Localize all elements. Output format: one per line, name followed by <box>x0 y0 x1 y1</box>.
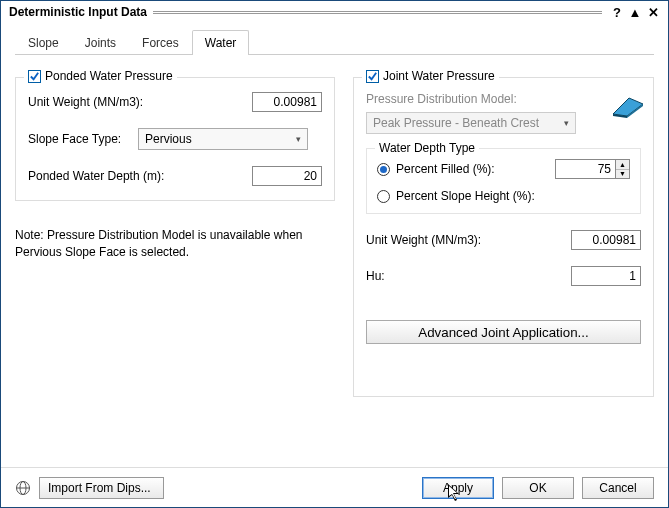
ponded-water-header[interactable]: Ponded Water Pressure <box>24 69 177 83</box>
ponded-unit-weight-label: Unit Weight (MN/m3): <box>28 95 252 109</box>
percent-slope-radio[interactable] <box>377 190 390 203</box>
joint-water-checkbox[interactable] <box>366 70 379 83</box>
chevron-down-icon: ▾ <box>296 134 301 144</box>
collapse-button[interactable]: ▲ <box>626 4 644 20</box>
titlebar-separator <box>153 11 602 14</box>
pdm-value: Peak Pressure - Beneath Crest <box>373 116 539 130</box>
pervious-note: Note: Pressure Distribution Model is una… <box>15 227 335 261</box>
dialog-body: Slope Joints Forces Water Ponded Water P… <box>1 23 668 467</box>
left-column: Ponded Water Pressure Unit Weight (MN/m3… <box>15 69 335 261</box>
close-button[interactable]: ✕ <box>644 4 662 20</box>
hu-input[interactable] <box>571 266 641 286</box>
spin-up-icon[interactable]: ▲ <box>616 160 629 170</box>
ponded-unit-weight-input[interactable] <box>252 92 322 112</box>
svg-marker-0 <box>613 98 643 116</box>
window-title: Deterministic Input Data <box>9 5 147 19</box>
pdm-select: Peak Pressure - Beneath Crest ▾ <box>366 112 576 134</box>
water-depth-type-title: Water Depth Type <box>375 141 479 155</box>
help-button[interactable]: ? <box>608 4 626 20</box>
percent-filled-spin[interactable]: ▲ ▼ <box>555 159 630 179</box>
ponded-water-group: Ponded Water Pressure Unit Weight (MN/m3… <box>15 77 335 201</box>
tab-joints[interactable]: Joints <box>72 30 129 55</box>
spin-arrows[interactable]: ▲ ▼ <box>615 159 630 179</box>
ponded-depth-input[interactable] <box>252 166 322 186</box>
percent-filled-input[interactable] <box>555 159 615 179</box>
tab-bar: Slope Joints Forces Water <box>15 29 654 55</box>
tab-slope[interactable]: Slope <box>15 30 72 55</box>
ok-button[interactable]: OK <box>502 477 574 499</box>
columns: Ponded Water Pressure Unit Weight (MN/m3… <box>15 69 654 397</box>
apply-button[interactable]: Apply <box>422 477 494 499</box>
spin-down-icon[interactable]: ▼ <box>616 170 629 179</box>
joint-water-title: Joint Water Pressure <box>383 69 495 83</box>
pdm-label: Pressure Distribution Model: <box>366 92 641 106</box>
slope-face-type-label: Slope Face Type: <box>28 132 138 146</box>
titlebar: Deterministic Input Data ? ▲ ✕ <box>1 1 668 23</box>
globe-icon <box>15 480 31 496</box>
percent-filled-label: Percent Filled (%): <box>396 162 549 176</box>
tab-forces[interactable]: Forces <box>129 30 192 55</box>
joint-water-group: Joint Water Pressure Pressure Distributi… <box>353 77 654 397</box>
joint-unit-weight-input[interactable] <box>571 230 641 250</box>
right-column: Joint Water Pressure Pressure Distributi… <box>353 69 654 397</box>
tab-water[interactable]: Water <box>192 30 250 55</box>
chevron-down-icon: ▾ <box>564 118 569 128</box>
wedge-icon <box>611 96 645 121</box>
joint-unit-weight-label: Unit Weight (MN/m3): <box>366 233 571 247</box>
slope-face-type-select[interactable]: Pervious ▾ <box>138 128 308 150</box>
advanced-joint-button[interactable]: Advanced Joint Application... <box>366 320 641 344</box>
ponded-water-title: Ponded Water Pressure <box>45 69 173 83</box>
percent-slope-label: Percent Slope Height (%): <box>396 189 535 203</box>
joint-water-header[interactable]: Joint Water Pressure <box>362 69 499 83</box>
ponded-depth-label: Ponded Water Depth (m): <box>28 169 252 183</box>
percent-filled-radio[interactable] <box>377 163 390 176</box>
import-from-dips-button[interactable]: Import From Dips... <box>39 477 164 499</box>
footer: Import From Dips... Apply OK Cancel <box>1 467 668 507</box>
window: Deterministic Input Data ? ▲ ✕ Slope Joi… <box>0 0 669 508</box>
water-depth-type-group: Water Depth Type Percent Filled (%): ▲ ▼ <box>366 148 641 214</box>
cancel-button[interactable]: Cancel <box>582 477 654 499</box>
ponded-water-checkbox[interactable] <box>28 70 41 83</box>
hu-label: Hu: <box>366 269 571 283</box>
slope-face-type-value: Pervious <box>145 132 192 146</box>
